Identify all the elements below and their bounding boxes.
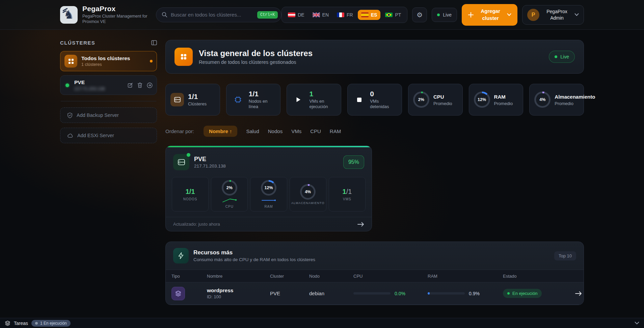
- add-cluster-button[interactable]: Agregar cluster: [462, 4, 517, 26]
- language-en[interactable]: EN: [309, 10, 332, 20]
- language-es-selected[interactable]: ES: [358, 10, 381, 20]
- col-ram: RAM: [428, 274, 503, 279]
- chevron-down-icon: [574, 13, 579, 16]
- settings-button[interactable]: ⚙: [412, 7, 427, 22]
- top-resources-card: Recursos más Consumo más alto de CPU y d…: [165, 242, 584, 305]
- arrow-right-icon[interactable]: [575, 291, 582, 296]
- layers-icon: [5, 321, 10, 326]
- task-dot-icon: [35, 322, 38, 325]
- user-name: PegaProx Admin: [543, 8, 571, 21]
- health-badge: 95%: [343, 155, 364, 169]
- stat-sublabel: Promedio: [433, 101, 452, 106]
- stat-sublabel: Promedio: [494, 101, 513, 106]
- stat-cpu-average: 2% CPU Promedio: [408, 84, 463, 116]
- sort-option-ram[interactable]: RAM: [330, 128, 341, 134]
- stat-storage-text: Almacenamiento Promedio: [555, 93, 595, 106]
- sort-option-vms[interactable]: VMs: [291, 128, 301, 134]
- flag-en-icon: [313, 12, 320, 17]
- page-content: CLÚSTERES Todos los clústeres 1 clústere…: [0, 30, 644, 305]
- ram-sparkline: [261, 197, 276, 203]
- tasks-bar[interactable]: Tareas 1 En ejecución: [0, 318, 644, 328]
- language-en-label: EN: [322, 12, 329, 18]
- sort-option-nodes[interactable]: Nodos: [268, 128, 283, 134]
- active-indicator-dot: [150, 60, 153, 62]
- nodes-label: NODOS: [183, 197, 197, 201]
- vms-value-suffix: /1: [346, 188, 352, 195]
- main-panel: Vista general de los clústeres Resumen d…: [165, 40, 584, 305]
- cpu-ring-value: 2%: [223, 182, 236, 194]
- resource-id: ID: 100: [207, 294, 270, 299]
- cluster-card-footer: Actualizado: justo ahora: [166, 217, 372, 231]
- add-esxi-server-button[interactable]: Add ESXi Server: [60, 128, 157, 143]
- pegaprox-logo-icon: ♞: [60, 6, 78, 24]
- stat-label: VMs detenidas: [370, 99, 397, 109]
- cpu-meter-track: [353, 292, 391, 295]
- arrow-right-icon[interactable]: [357, 222, 364, 227]
- resources-table: Tipo Nombre Cluster Nodo CPU RAM Estado …: [166, 270, 584, 305]
- open-cluster-arrow-icon[interactable]: [147, 82, 153, 88]
- vms-label: VMS: [343, 197, 351, 201]
- online-status-dot: [64, 82, 70, 88]
- stat-label: CPU: [433, 94, 452, 100]
- resources-title-block: Recursos más Consumo más alto de CPU y d…: [193, 249, 315, 262]
- sidebar-item-all-clusters[interactable]: Todos los clústeres 1 clústeres: [60, 51, 157, 71]
- collapse-sidebar-icon[interactable]: [151, 40, 157, 45]
- ram-meter-track: [428, 292, 465, 295]
- sidebar-item-pve-cluster[interactable]: PVE 217.71.203.138: [60, 75, 157, 95]
- storage-label: ALMACENAMIENTO: [291, 201, 324, 205]
- stat-value: 1/1: [249, 90, 276, 98]
- overview-grid-icon: [175, 48, 193, 66]
- live-toggle-button[interactable]: Live: [432, 8, 457, 22]
- storage-ring-gauge: 4%: [534, 92, 551, 108]
- resources-title: Recursos más: [193, 249, 315, 256]
- cpu-label: CPU: [225, 205, 234, 208]
- status-cell: En ejecución: [503, 289, 575, 298]
- sort-option-health[interactable]: Salud: [246, 128, 259, 134]
- user-menu[interactable]: P PegaProx Admin: [522, 5, 584, 25]
- app-title: PegaProx: [82, 5, 156, 13]
- cluster-name: PVE: [194, 156, 226, 163]
- mini-stat-nodes: 1/1 NODOS: [172, 177, 209, 211]
- stat-value: 1/1: [188, 93, 207, 100]
- language-pt[interactable]: PT: [382, 10, 404, 20]
- sidebar-header: CLÚSTERES: [60, 40, 157, 46]
- sort-option-name-active[interactable]: Nombre ↑: [204, 126, 237, 137]
- avatar: P: [527, 9, 539, 21]
- stat-clusters-text: 1/1 Clústeres: [188, 93, 207, 107]
- col-nodo: Nodo: [309, 274, 353, 279]
- sort-option-cpu[interactable]: CPU: [310, 128, 321, 134]
- pve-actions: [128, 82, 153, 88]
- add-backup-server-button[interactable]: Add Backup Server: [60, 107, 157, 123]
- online-status-dot: [187, 153, 190, 157]
- edit-icon[interactable]: [128, 82, 133, 88]
- mini-stat-vms: 1/1 VMS: [329, 177, 366, 211]
- sidebar-divider: [61, 101, 156, 101]
- chevron-down-icon[interactable]: [635, 322, 639, 325]
- language-fr-label: FR: [347, 12, 353, 18]
- cluster-title-block: PVE 217.71.203.138: [194, 156, 226, 169]
- mini-stat-storage: 4% ALMACENAMIENTO: [290, 177, 326, 211]
- global-search[interactable]: Ctrl+K: [156, 7, 281, 22]
- resources-header: Recursos más Consumo más alto de CPU y d…: [166, 242, 584, 270]
- stat-ram-text: RAM Promedio: [494, 93, 513, 106]
- ram-ring-value: 12%: [476, 93, 488, 106]
- table-row-wordpress[interactable]: wordpress ID: 100 PVE debian 0.0% 0.9%: [166, 282, 584, 305]
- pve-text: PVE 217.71.203.138: [74, 79, 105, 91]
- stat-cpu-text: CPU Promedio: [433, 93, 452, 106]
- live-dot-icon: [437, 14, 440, 16]
- language-pt-label: PT: [395, 12, 401, 18]
- ram-meter: 0.9%: [428, 291, 503, 296]
- language-de[interactable]: DE: [285, 10, 307, 20]
- search-input[interactable]: [171, 12, 254, 18]
- stat-label: Clústeres: [188, 101, 207, 107]
- stat-label: Almacenamiento: [555, 94, 595, 100]
- cluster-card-pve[interactable]: PVE 217.71.203.138 95% 1/1 NODOS 2% CPU: [165, 146, 372, 231]
- sort-by-label: Ordenar por:: [165, 128, 194, 134]
- live-dot-icon: [555, 55, 557, 58]
- chevron-down-icon: [507, 13, 511, 16]
- cpu-ring-value: 2%: [415, 93, 428, 106]
- trash-icon[interactable]: [137, 82, 142, 88]
- search-shortcut-badge: Ctrl+K: [257, 11, 278, 19]
- shield-icon: [67, 112, 73, 118]
- language-fr[interactable]: FR: [333, 10, 356, 20]
